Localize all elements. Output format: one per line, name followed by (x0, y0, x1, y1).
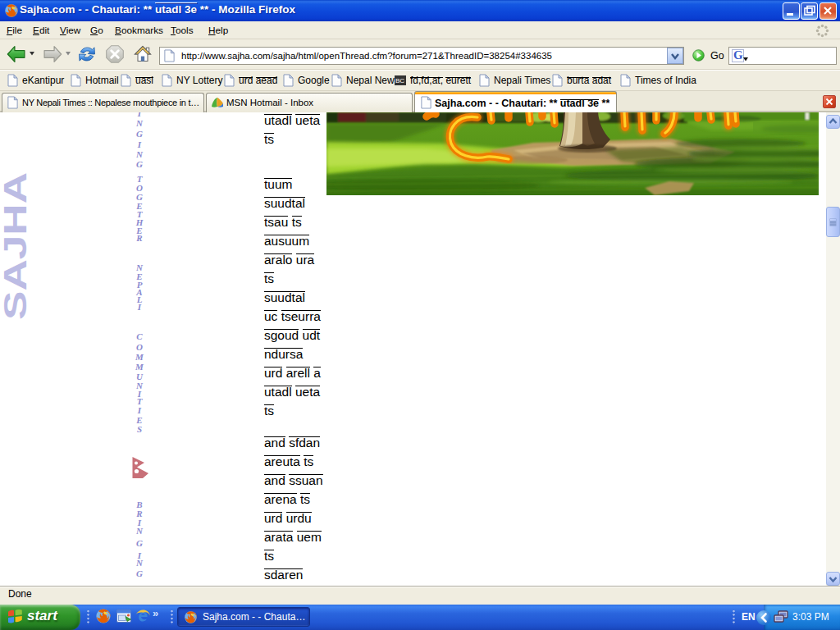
svg-text:SAJHA: SAJHA (2, 172, 30, 320)
svg-text:BC: BC (395, 77, 404, 84)
